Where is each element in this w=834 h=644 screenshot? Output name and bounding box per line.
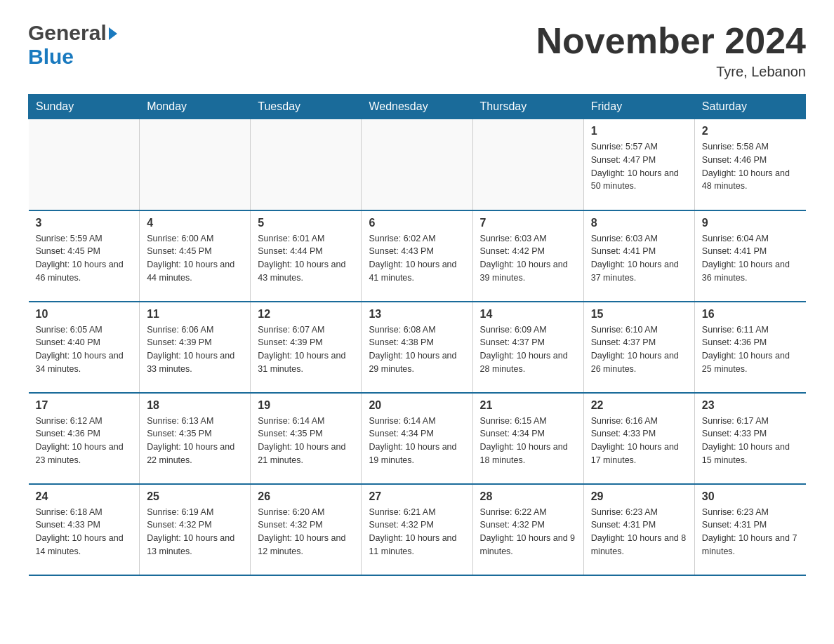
calendar-day-cell: 21Sunrise: 6:15 AM Sunset: 4:34 PM Dayli… (472, 393, 583, 484)
calendar-day-cell: 20Sunrise: 6:14 AM Sunset: 4:34 PM Dayli… (362, 393, 472, 484)
calendar-table: SundayMondayTuesdayWednesdayThursdayFrid… (28, 94, 806, 576)
day-number: 3 (36, 217, 133, 229)
day-info: Sunrise: 6:18 AM Sunset: 4:33 PM Dayligh… (36, 506, 133, 558)
calendar-day-cell: 1Sunrise: 5:57 AM Sunset: 4:47 PM Daylig… (583, 119, 694, 210)
weekday-header-sunday: Sunday (29, 95, 140, 119)
calendar-week-row: 17Sunrise: 6:12 AM Sunset: 4:36 PM Dayli… (29, 393, 806, 484)
calendar-day-cell: 30Sunrise: 6:23 AM Sunset: 4:31 PM Dayli… (694, 484, 805, 575)
day-info: Sunrise: 6:11 AM Sunset: 4:36 PM Dayligh… (702, 323, 799, 376)
weekday-header-friday: Friday (583, 95, 694, 119)
day-info: Sunrise: 6:02 AM Sunset: 4:43 PM Dayligh… (369, 232, 465, 285)
day-info: Sunrise: 6:01 AM Sunset: 4:44 PM Dayligh… (258, 232, 354, 285)
day-number: 21 (480, 399, 576, 412)
logo-blue-text: Blue (28, 45, 74, 68)
day-number: 6 (369, 217, 465, 229)
calendar-day-cell: 27Sunrise: 6:21 AM Sunset: 4:32 PM Dayli… (362, 484, 472, 575)
day-info: Sunrise: 6:08 AM Sunset: 4:38 PM Dayligh… (369, 323, 465, 376)
calendar-day-cell: 2Sunrise: 5:58 AM Sunset: 4:46 PM Daylig… (694, 119, 805, 210)
day-number: 4 (147, 217, 243, 229)
calendar-day-cell: 24Sunrise: 6:18 AM Sunset: 4:33 PM Dayli… (29, 484, 140, 575)
weekday-header-monday: Monday (140, 95, 251, 119)
day-info: Sunrise: 5:57 AM Sunset: 4:47 PM Dayligh… (591, 140, 687, 193)
day-info: Sunrise: 6:03 AM Sunset: 4:41 PM Dayligh… (591, 232, 687, 285)
calendar-day-cell: 26Sunrise: 6:20 AM Sunset: 4:32 PM Dayli… (251, 484, 362, 575)
calendar-day-cell: 19Sunrise: 6:14 AM Sunset: 4:35 PM Dayli… (251, 393, 362, 484)
day-number: 5 (258, 217, 354, 229)
logo-general-text: General (28, 21, 107, 45)
day-number: 20 (369, 399, 465, 412)
calendar-day-cell (251, 119, 362, 210)
calendar-day-cell: 28Sunrise: 6:22 AM Sunset: 4:32 PM Dayli… (472, 484, 583, 575)
day-info: Sunrise: 6:21 AM Sunset: 4:32 PM Dayligh… (369, 506, 465, 558)
day-info: Sunrise: 6:10 AM Sunset: 4:37 PM Dayligh… (591, 323, 687, 376)
calendar-day-cell: 25Sunrise: 6:19 AM Sunset: 4:32 PM Dayli… (140, 484, 251, 575)
day-info: Sunrise: 6:14 AM Sunset: 4:35 PM Dayligh… (258, 415, 354, 467)
calendar-day-cell (362, 119, 472, 210)
weekday-header-tuesday: Tuesday (251, 95, 362, 119)
day-number: 17 (36, 399, 133, 412)
day-info: Sunrise: 6:03 AM Sunset: 4:42 PM Dayligh… (480, 232, 576, 285)
day-info: Sunrise: 6:04 AM Sunset: 4:41 PM Dayligh… (702, 232, 799, 285)
calendar-day-cell (472, 119, 583, 210)
day-number: 10 (36, 308, 133, 321)
location-text: Tyre, Lebanon (536, 64, 806, 80)
day-info: Sunrise: 6:23 AM Sunset: 4:31 PM Dayligh… (702, 506, 799, 558)
day-number: 19 (258, 399, 354, 412)
day-number: 30 (702, 490, 799, 503)
calendar-day-cell: 16Sunrise: 6:11 AM Sunset: 4:36 PM Dayli… (694, 302, 805, 393)
calendar-day-cell: 7Sunrise: 6:03 AM Sunset: 4:42 PM Daylig… (472, 210, 583, 302)
day-info: Sunrise: 6:13 AM Sunset: 4:35 PM Dayligh… (147, 415, 243, 467)
day-number: 27 (369, 490, 465, 503)
calendar-week-row: 10Sunrise: 6:05 AM Sunset: 4:40 PM Dayli… (29, 302, 806, 393)
month-title: November 2024 (536, 21, 806, 61)
day-number: 25 (147, 490, 243, 503)
day-number: 8 (591, 217, 687, 229)
calendar-day-cell: 5Sunrise: 6:01 AM Sunset: 4:44 PM Daylig… (251, 210, 362, 302)
day-info: Sunrise: 6:22 AM Sunset: 4:32 PM Dayligh… (480, 506, 576, 558)
calendar-day-cell (29, 119, 140, 210)
day-number: 9 (702, 217, 799, 229)
day-number: 29 (591, 490, 687, 503)
day-number: 14 (480, 308, 576, 321)
day-info: Sunrise: 6:17 AM Sunset: 4:33 PM Dayligh… (702, 415, 799, 467)
day-number: 26 (258, 490, 354, 503)
day-info: Sunrise: 6:16 AM Sunset: 4:33 PM Dayligh… (591, 415, 687, 467)
calendar-day-cell: 8Sunrise: 6:03 AM Sunset: 4:41 PM Daylig… (583, 210, 694, 302)
calendar-day-cell: 14Sunrise: 6:09 AM Sunset: 4:37 PM Dayli… (472, 302, 583, 393)
calendar-day-cell: 11Sunrise: 6:06 AM Sunset: 4:39 PM Dayli… (140, 302, 251, 393)
day-info: Sunrise: 5:59 AM Sunset: 4:45 PM Dayligh… (36, 232, 133, 285)
weekday-header-wednesday: Wednesday (362, 95, 472, 119)
day-info: Sunrise: 6:00 AM Sunset: 4:45 PM Dayligh… (147, 232, 243, 285)
day-number: 28 (480, 490, 576, 503)
day-info: Sunrise: 5:58 AM Sunset: 4:46 PM Dayligh… (702, 140, 799, 193)
day-number: 23 (702, 399, 799, 412)
day-info: Sunrise: 6:23 AM Sunset: 4:31 PM Dayligh… (591, 506, 687, 558)
day-number: 22 (591, 399, 687, 412)
logo-arrow-icon (109, 27, 117, 40)
day-info: Sunrise: 6:20 AM Sunset: 4:32 PM Dayligh… (258, 506, 354, 558)
day-number: 15 (591, 308, 687, 321)
day-number: 11 (147, 308, 243, 321)
calendar-day-cell: 10Sunrise: 6:05 AM Sunset: 4:40 PM Dayli… (29, 302, 140, 393)
day-number: 18 (147, 399, 243, 412)
day-number: 16 (702, 308, 799, 321)
day-number: 1 (591, 125, 687, 137)
day-info: Sunrise: 6:07 AM Sunset: 4:39 PM Dayligh… (258, 323, 354, 376)
calendar-day-cell: 4Sunrise: 6:00 AM Sunset: 4:45 PM Daylig… (140, 210, 251, 302)
day-info: Sunrise: 6:19 AM Sunset: 4:32 PM Dayligh… (147, 506, 243, 558)
weekday-header-row: SundayMondayTuesdayWednesdayThursdayFrid… (29, 95, 806, 119)
day-info: Sunrise: 6:05 AM Sunset: 4:40 PM Dayligh… (36, 323, 133, 376)
day-info: Sunrise: 6:06 AM Sunset: 4:39 PM Dayligh… (147, 323, 243, 376)
calendar-week-row: 1Sunrise: 5:57 AM Sunset: 4:47 PM Daylig… (29, 119, 806, 210)
day-number: 24 (36, 490, 133, 503)
calendar-week-row: 3Sunrise: 5:59 AM Sunset: 4:45 PM Daylig… (29, 210, 806, 302)
logo: General Blue (28, 21, 117, 69)
calendar-day-cell: 22Sunrise: 6:16 AM Sunset: 4:33 PM Dayli… (583, 393, 694, 484)
day-info: Sunrise: 6:15 AM Sunset: 4:34 PM Dayligh… (480, 415, 576, 467)
calendar-day-cell: 18Sunrise: 6:13 AM Sunset: 4:35 PM Dayli… (140, 393, 251, 484)
day-number: 7 (480, 217, 576, 229)
calendar-day-cell: 6Sunrise: 6:02 AM Sunset: 4:43 PM Daylig… (362, 210, 472, 302)
calendar-day-cell: 23Sunrise: 6:17 AM Sunset: 4:33 PM Dayli… (694, 393, 805, 484)
calendar-day-cell: 13Sunrise: 6:08 AM Sunset: 4:38 PM Dayli… (362, 302, 472, 393)
day-number: 2 (702, 125, 799, 137)
